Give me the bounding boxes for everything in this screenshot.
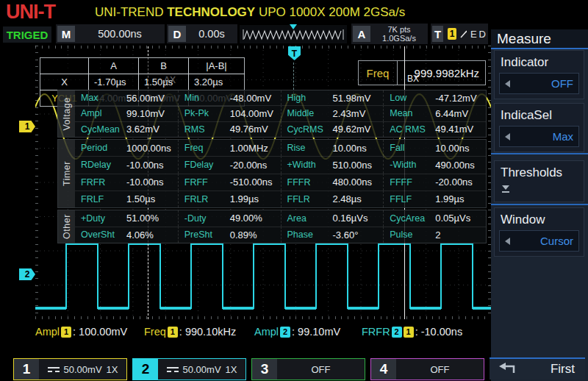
measure-item-value: -20.00ns <box>230 160 268 171</box>
measure-item-value: -3.60° <box>333 229 359 241</box>
measure-item-label: FFFF <box>390 177 435 188</box>
rising-edge-icon <box>459 29 467 40</box>
measure-item: CycMean3.62mV <box>75 121 178 137</box>
measure-item: Pulse2 <box>383 227 486 243</box>
first-page-button[interactable]: First <box>490 357 585 380</box>
readout-value: : 990.10kHz <box>179 326 236 338</box>
measure-item-label: FDelay <box>184 160 230 170</box>
measure-item-label: Freq <box>184 143 230 153</box>
measure-item: +Duty51.00% <box>75 210 178 227</box>
sidebar-group-thresholds[interactable]: Thresholds <box>494 160 584 202</box>
measure-section-voltage: VoltageMax56.00mVMin-48.00mVHigh51.98mVL… <box>57 90 487 138</box>
measure-item: Max56.00mV <box>75 90 178 105</box>
measure-item: Rise10.00ns <box>281 140 384 156</box>
readout-ampl: Ampl1: 100.00mV <box>35 326 127 338</box>
delay-label: D <box>168 26 186 42</box>
measure-item: Area0.16µVs <box>281 210 384 227</box>
measure-item-label: FRFR <box>81 177 126 188</box>
measure-item-value: 490.00ns <box>435 160 475 171</box>
timebase-box[interactable]: M 500.00ns <box>56 24 165 43</box>
left-triangle-icon <box>505 133 510 140</box>
measure-section-other: Other+Duty51.00%-Duty49.00%Area0.16µVsCy… <box>57 210 487 243</box>
measure-item-label: FRFF <box>184 177 230 188</box>
title-model: UPO 1000X 200M 2GSa/s <box>255 5 405 19</box>
measure-item: CycArea0.05µVs <box>383 210 486 227</box>
measure-item-value: 99.10mV <box>126 108 165 119</box>
sidebar-divider <box>491 153 588 154</box>
indicasel-select[interactable]: Max <box>499 126 579 147</box>
left-triangle-icon <box>505 238 510 245</box>
channel-4-button[interactable]: 4OFF <box>370 358 484 380</box>
measure-item-label: Rise <box>287 143 333 153</box>
back-arrow-icon <box>498 363 520 376</box>
freq-readout: Freq 999.9982kHz <box>358 60 486 85</box>
measure-item: FFLR2.48µs <box>281 190 384 207</box>
channel-1-button[interactable]: 150.00mV1X <box>13 358 127 380</box>
measure-item: Phase-3.60° <box>281 227 384 243</box>
readout-ampl: Ampl2: 99.10mV <box>254 326 340 338</box>
sidebar-group-indicasel[interactable]: IndicaSelMax <box>494 103 584 152</box>
measure-item: FRLF1.50µs <box>75 190 178 207</box>
measure-item-value: 10.00ns <box>333 143 367 154</box>
measure-item-value: 104.00mV <box>230 108 273 119</box>
acquisition-box[interactable]: A 7K pts 1.0GSa/s <box>351 24 428 44</box>
measure-item: FDelay-20.00ns <box>178 156 281 173</box>
channel-3-button[interactable]: 3OFF <box>251 358 365 380</box>
trigger-position-icon <box>290 24 297 29</box>
measure-item-label: Min <box>184 93 230 103</box>
measure-item: Period1000.00ns <box>75 140 178 156</box>
ch2-level-flag[interactable]: 2 <box>19 268 35 280</box>
measure-item-label: RMS <box>184 124 230 135</box>
measure-item-label: +Width <box>287 160 333 170</box>
ch1-level-flag[interactable]: 1 <box>19 121 35 132</box>
measure-item-label: Low <box>390 93 435 103</box>
measure-item: RDelay-10.00ns <box>75 156 178 173</box>
section-label: Timer <box>58 140 75 207</box>
channel-settings: OFF <box>396 364 484 375</box>
sidebar-group-indicator[interactable]: IndicatorOFF <box>494 50 584 99</box>
measure-item: PreSht0.89% <box>178 227 281 243</box>
selected-value: Max <box>553 130 573 143</box>
measure-item-value: -48.00mV <box>230 93 271 104</box>
indicator-select[interactable]: OFF <box>499 73 579 94</box>
measure-item-value: 51.00% <box>126 213 159 224</box>
measure-item-value: -10.00ns <box>126 160 164 171</box>
cursor-col-a: A <box>88 57 139 74</box>
measure-item-value: 1.50µs <box>126 193 155 204</box>
channel-number: 4 <box>371 359 396 380</box>
measure-item-value: 49.00% <box>230 213 262 224</box>
measure-item: High51.98mV <box>281 90 384 105</box>
measure-item-label: Middle <box>287 108 333 118</box>
measure-item-label: AC RMS <box>390 124 435 135</box>
channel-off-label: OFF <box>312 364 331 375</box>
sidebar-title: Measure <box>491 29 588 49</box>
sidebar-group-window[interactable]: WindowCursor <box>494 207 584 257</box>
cursor-bx-label: BX <box>407 74 419 84</box>
measure-item-label: -Width <box>390 160 435 170</box>
model-title: UNI-TREND TECHNOLOGY UPO 1000X 200M 2GSa… <box>95 5 405 20</box>
selected-value: Cursor <box>540 235 573 247</box>
measure-item-value: 56.00mV <box>126 93 165 104</box>
measure-item-value: -10.00ns <box>126 177 164 188</box>
title-tech: TECHNOLOGY <box>167 5 255 19</box>
measure-item-label: OverSht <box>81 229 126 240</box>
measure-item-value: 2.48µs <box>333 193 362 204</box>
readout-label: Ampl <box>254 326 279 338</box>
window-select[interactable]: Cursor <box>499 230 579 252</box>
channel-2-button[interactable]: 250.00mV1X <box>132 358 246 380</box>
measure-item-value: 2 <box>435 229 440 241</box>
measure-item: FRLR1.99µs <box>178 190 281 207</box>
delay-box[interactable]: D 0.00s <box>167 24 237 43</box>
selected-value: OFF <box>551 77 573 90</box>
trigger-status: TRIGED <box>3 26 51 43</box>
measure-item-value: 0.89% <box>230 229 257 241</box>
measure-item-value: 480.00ns <box>333 177 373 188</box>
channel-number: 3 <box>252 359 277 380</box>
measure-item: FRFR-10.00ns <box>75 174 178 190</box>
sample-rate: 1.0GSa/s <box>370 34 428 43</box>
probe-ratio: 1X <box>107 364 118 375</box>
measure-item-label: CycMean <box>81 124 126 135</box>
measure-item-value: -20.00ns <box>435 177 473 188</box>
trigger-box[interactable]: T 1 ED <box>431 24 488 44</box>
measure-item: RMS49.76mV <box>178 121 281 137</box>
